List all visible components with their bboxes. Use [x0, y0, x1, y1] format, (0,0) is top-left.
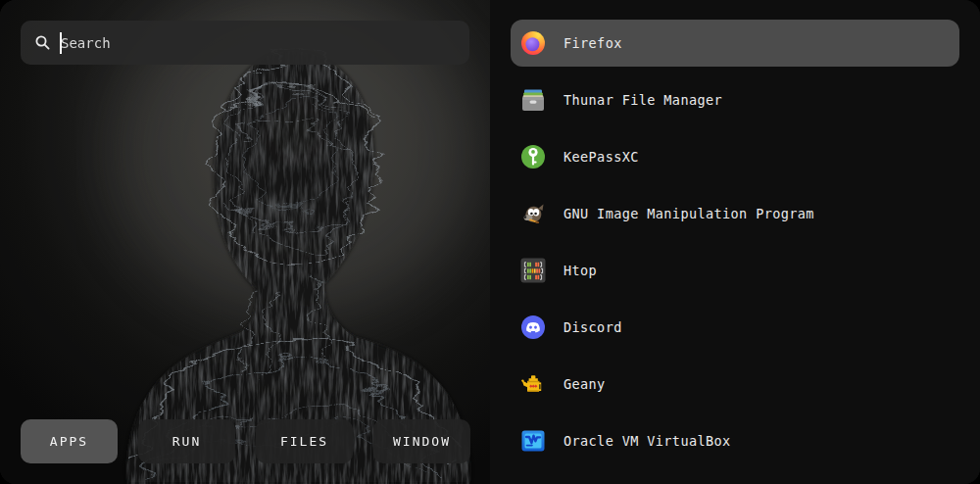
- app-list: Firefox Thunar File Manager KeePassXC GN…: [490, 0, 980, 484]
- keepassxc-icon: [519, 143, 547, 170]
- app-list-item[interactable]: KeePassXC: [511, 133, 959, 180]
- tab-bar: APPS RUN FILES WINDOW: [21, 419, 471, 463]
- thunar-icon: [519, 86, 547, 114]
- app-label: Oracle VM VirtualBox: [564, 433, 731, 449]
- tab-run[interactable]: RUN: [138, 419, 235, 463]
- app-list-item[interactable]: GNU Image Manipulation Program: [511, 190, 959, 237]
- discord-icon: [519, 314, 547, 341]
- app-label: Firefox: [564, 35, 622, 51]
- app-label: KeePassXC: [564, 149, 639, 165]
- app-label: Thunar File Manager: [564, 92, 722, 108]
- app-launcher-window: APPS RUN FILES WINDOW Firefox Thunar Fil…: [0, 0, 980, 484]
- app-list-item[interactable]: Oracle VM VirtualBox: [511, 417, 959, 464]
- app-label: Discord: [564, 319, 622, 335]
- tab-window[interactable]: WINDOW: [373, 419, 470, 463]
- app-label: Htop: [564, 263, 597, 278]
- app-list-item[interactable]: Geany: [511, 361, 959, 408]
- htop-icon: [519, 257, 547, 284]
- app-label: Geany: [564, 376, 606, 392]
- left-panel: APPS RUN FILES WINDOW: [0, 0, 490, 484]
- geany-icon: [519, 370, 547, 398]
- search-icon: [34, 34, 51, 51]
- fiber-bust-artwork: [0, 0, 490, 484]
- app-list-item[interactable]: Discord: [511, 304, 959, 351]
- search-input[interactable]: [61, 35, 456, 51]
- app-list-item[interactable]: Htop: [511, 247, 959, 294]
- firefox-icon: [519, 29, 547, 57]
- virtualbox-icon: [519, 427, 547, 455]
- app-list-item[interactable]: Thunar File Manager: [511, 76, 959, 123]
- app-label: GNU Image Manipulation Program: [564, 206, 814, 221]
- gimp-icon: [519, 200, 547, 227]
- tab-files[interactable]: FILES: [256, 419, 353, 463]
- tab-apps[interactable]: APPS: [21, 419, 118, 463]
- search-bar: [21, 21, 469, 65]
- app-list-item[interactable]: Firefox: [511, 20, 959, 67]
